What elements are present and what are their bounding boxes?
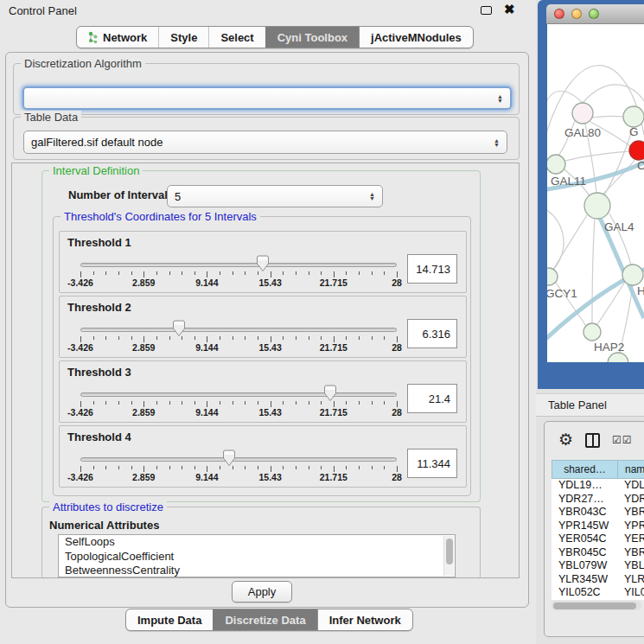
table-row[interactable]: YLR345WYLR3 [552,573,644,587]
slider-tick-label: 15.43 [258,407,281,418]
close-icon[interactable]: ✖ [504,2,515,17]
algorithm-combo[interactable]: ▲▼ [22,86,512,110]
slider-tick [169,271,170,275]
slider-tick [220,336,220,340]
slider-tick [296,336,296,340]
tab-label: Discretize Data [225,614,305,627]
tab-label: Style [170,31,197,44]
close-traffic-light-icon[interactable] [554,9,564,19]
float-window-icon[interactable] [481,6,492,15]
select-columns-checkboxes-icon[interactable]: ☑☑ [612,434,633,446]
slider-tick [321,271,322,275]
number-of-intervals-combo[interactable]: 5 ▲▼ [167,185,383,207]
network-node[interactable] [547,155,565,174]
threshold-value-field[interactable]: 6.316 [407,319,457,348]
table-row[interactable]: YIL052CYIL0 [552,586,644,600]
tab-network[interactable]: Network [77,27,158,48]
slider-tick-label: -3.426 [67,407,93,418]
slider-tick [245,336,245,340]
slider-thumb[interactable] [172,320,186,337]
tab-cyni-toolbox[interactable]: Cyni Toolbox [265,27,359,48]
slider-tick [346,271,347,275]
network-node[interactable] [572,103,593,124]
slider-tick [156,271,157,275]
network-node[interactable] [584,193,610,219]
slider-track[interactable] [80,263,397,267]
slider-thumb[interactable] [222,450,236,467]
network-edge [553,215,587,270]
table-column-header[interactable]: shared… [552,460,617,479]
tab-label: Network [103,31,147,44]
network-node[interactable] [583,323,601,341]
network-window-titlebar[interactable] [546,4,644,24]
tab-jactivemnodules[interactable]: jActiveMNodules [359,27,473,48]
network-node[interactable] [622,265,643,285]
columns-icon[interactable] [585,433,600,448]
numerical-attributes-list[interactable]: SelfLoopsTopologicalCoefficientBetweenne… [58,534,456,577]
slider-tick [283,401,284,405]
table-data-combo[interactable]: galFiltered.sif default node ▲▼ [23,131,507,154]
slider-tick [346,336,347,340]
threshold-label: Threshold 1 [67,236,131,249]
table-row[interactable]: YPR145WYPR1 [552,520,644,533]
tab-label: Select [220,31,253,44]
slider-track[interactable] [80,457,397,462]
threshold-value-field[interactable]: 11.344 [407,449,457,478]
minimize-traffic-light-icon[interactable] [571,9,582,19]
table-hscrollbar-thumb[interactable] [553,603,636,609]
slider-tick [93,401,94,405]
tab-infer-network[interactable]: Infer Network [317,609,412,630]
tab-impute-data[interactable]: Impute Data [126,609,213,630]
network-node[interactable] [629,141,644,160]
table-row[interactable]: YDL19…YDL1 [552,479,644,493]
slider-thumb[interactable] [323,385,337,402]
table-panel-header: Table Panel [536,393,644,417]
table-row[interactable]: YBR045CYBR0 [552,546,644,560]
tab-label: Impute Data [137,614,201,627]
slider-ticks [80,401,397,408]
attribute-item[interactable]: TopologicalCoefficient [59,550,455,564]
network-canvas[interactable]: GAL80GCGAL11GAL4GCY1HHAP2 [547,24,644,362]
slider-tick [131,401,132,405]
discretization-algorithm-group: Discretization Algorithm ▲▼ [13,63,520,115]
slider-tick [296,271,296,275]
network-node[interactable] [623,106,644,127]
apply-button[interactable]: Apply [232,581,292,603]
slider-tick [397,401,398,407]
slider-thumb[interactable] [256,255,270,272]
slider-tick [143,271,144,277]
threshold-value-field[interactable]: 21.4 [407,384,457,413]
attribute-item[interactable]: SelfLoops [59,535,455,550]
tab-label: jActiveMNodules [371,31,462,44]
slider-tick-label: 2.859 [132,342,155,353]
slider-track[interactable] [80,328,397,332]
list-scrollbar-thumb[interactable] [446,539,453,564]
table-row[interactable]: YBR043CYBR0 [552,506,644,520]
slider-tick [372,271,373,275]
tab-select[interactable]: Select [208,27,265,48]
zoom-traffic-light-icon[interactable] [589,9,599,19]
table-row[interactable]: YDR27…YDR2 [552,493,644,507]
tab-discretize-data[interactable]: Discretize Data [213,609,316,630]
slider-ticks [80,466,397,473]
combo-spinner-icon: ▲▼ [364,192,375,201]
gear-icon[interactable]: ⚙ [558,431,573,449]
table-row[interactable]: YBL079WYBL0 [552,559,644,573]
threshold-label: Threshold 2 [67,301,131,314]
network-node-label: G [629,125,639,138]
slider-tick [372,466,373,469]
attribute-item[interactable]: BetweennessCentrality [59,564,455,577]
table-column-header[interactable]: name [617,460,644,479]
network-node[interactable] [608,353,628,362]
tab-style[interactable]: Style [158,27,208,48]
network-node-label: GAL4 [604,220,634,233]
slider-tick-label: 28 [392,342,402,353]
table-row[interactable]: YER054CYER0 [552,532,644,546]
list-scrollbar[interactable] [443,536,454,576]
table-hscrollbar[interactable] [552,601,641,610]
slider-track[interactable] [80,392,397,397]
slider-ticks [80,271,397,278]
top-tab-bar: NetworkStyleSelectCyni ToolboxjActiveMNo… [76,26,474,48]
threshold-value-field[interactable]: 14.713 [407,254,457,284]
slider-tick [105,336,106,340]
